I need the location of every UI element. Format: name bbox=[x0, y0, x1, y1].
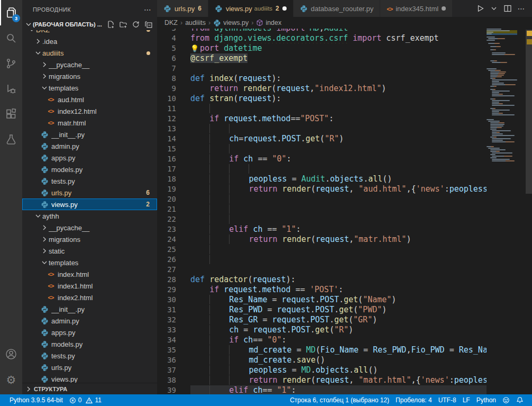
status-eol[interactable]: LF bbox=[460, 394, 473, 406]
code-line-33[interactable]: 33 ch = request.POST.get("R") bbox=[157, 325, 532, 335]
code-line-30[interactable]: 30 Res_Name = request.POST.get("Name") bbox=[157, 295, 532, 305]
collapse-all-icon[interactable] bbox=[143, 19, 154, 30]
status-language-mode[interactable]: Python bbox=[473, 394, 499, 406]
code-line-19[interactable]: 19 return render(request, "aud.html",{'n… bbox=[157, 184, 532, 194]
new-folder-icon[interactable] bbox=[118, 19, 129, 30]
tree-item-aythh[interactable]: aythh bbox=[22, 210, 157, 222]
tree-item--pycache-[interactable]: __pycache__ bbox=[22, 222, 157, 233]
more-actions-icon[interactable]: ⋯ bbox=[515, 2, 528, 15]
tree-item-static[interactable]: static bbox=[22, 245, 157, 257]
tab-index345-html[interactable]: <>index345.html bbox=[380, 0, 453, 17]
editor-scrollbar[interactable] bbox=[526, 30, 532, 194]
dirty-indicator-dot[interactable] bbox=[442, 6, 446, 11]
run-icon[interactable] bbox=[474, 2, 487, 15]
code-line-13[interactable]: 13 bbox=[157, 124, 532, 134]
code-line-24[interactable]: 24 return render(request,"matr.html") bbox=[157, 234, 532, 245]
tree-item-tests-py[interactable]: tests.py bbox=[22, 350, 157, 362]
split-editor-icon[interactable] bbox=[501, 2, 514, 15]
code-line-15[interactable]: 15 bbox=[157, 144, 532, 154]
code-line-34[interactable]: 34 if ch== "0": bbox=[157, 335, 532, 345]
code-line-39[interactable]: 39 elif ch== "1": bbox=[157, 385, 532, 394]
status-python-version[interactable]: Python 3.9.5 64-bit bbox=[6, 394, 66, 406]
code-line-27[interactable]: 27 bbox=[157, 265, 532, 275]
code-line-16[interactable]: 16 if ch == "0": bbox=[157, 154, 532, 164]
lightbulb-icon[interactable]: 💡 bbox=[190, 44, 200, 53]
code-line-31[interactable]: 31 Res_PWD = request.POST.get("PWD") bbox=[157, 305, 532, 315]
tree-item-index1-html[interactable]: <>index1.html bbox=[22, 280, 157, 292]
activity-search-icon[interactable] bbox=[0, 25, 22, 51]
status-bell-icon[interactable] bbox=[513, 394, 527, 406]
code-line-12[interactable]: 12 if request.method=="POST": bbox=[157, 114, 532, 124]
tree-item--idea[interactable]: .idea bbox=[22, 35, 157, 47]
tree-item-templates[interactable]: templates bbox=[22, 257, 157, 268]
code-line-14[interactable]: 14 ch=request.POST.get("R") bbox=[157, 134, 532, 144]
activity-testing-icon[interactable] bbox=[0, 127, 22, 152]
code-line-38[interactable]: 38 return render(request, "matr.html",{'… bbox=[157, 375, 532, 385]
activity-extensions-icon[interactable] bbox=[0, 102, 22, 127]
activity-files-icon[interactable]: 3 bbox=[0, 0, 22, 25]
code-line-7[interactable]: 7 bbox=[157, 64, 532, 74]
tree-item--pycache-[interactable]: __pycache__ bbox=[22, 59, 157, 70]
tree-item--init-py[interactable]: __init__.py bbox=[22, 129, 157, 140]
minimap[interactable] bbox=[487, 29, 517, 325]
breadcrumb-item-index[interactable]: index bbox=[256, 19, 281, 26]
tab-database-roouter-py[interactable]: database_roouter.py bbox=[293, 0, 381, 17]
code-line-21[interactable]: 21 bbox=[157, 204, 532, 214]
status-cursor-position[interactable]: Строка 6, столбец 1 (выбрано 12) bbox=[287, 394, 392, 406]
breadcrumb-item-DKZ[interactable]: DKZ bbox=[164, 19, 178, 26]
explorer-more-actions-icon[interactable]: ⋯ bbox=[144, 5, 152, 14]
code-line-37[interactable]: 37 peopless = MD.objects.all() bbox=[157, 365, 532, 375]
tree-item-urls-py[interactable]: urls.py6 bbox=[22, 187, 157, 199]
activity-account-icon[interactable] bbox=[0, 341, 22, 367]
tree-item-urls-py[interactable]: urls.py bbox=[22, 362, 157, 373]
outline-section-header[interactable]: СТРУКТУРА bbox=[22, 383, 157, 394]
code-line-29[interactable]: 29 if request.method == 'POST': bbox=[157, 285, 532, 295]
tree-item-tests-py[interactable]: tests.py bbox=[22, 175, 157, 187]
tree-item-index12-html[interactable]: <>index12.html bbox=[22, 105, 157, 117]
tree-item-audiiits[interactable]: audiiits bbox=[22, 47, 157, 59]
tab-urls-py[interactable]: urls.py6 bbox=[157, 0, 208, 17]
code-line-32[interactable]: 32 Res_GR = request.POST.get("GR") bbox=[157, 315, 532, 325]
status-encoding[interactable]: UTF-8 bbox=[435, 394, 460, 406]
code-editor[interactable]: 3from aythh.models import MD,Audit4from … bbox=[157, 29, 532, 394]
status-feedback-icon[interactable] bbox=[499, 394, 513, 406]
code-line-5[interactable]: 5import datetime💡 bbox=[157, 43, 532, 53]
code-line-20[interactable]: 20 bbox=[157, 194, 532, 204]
code-line-23[interactable]: 23 elif ch == "1": bbox=[157, 224, 532, 234]
code-line-28[interactable]: 28def redactor(request): bbox=[157, 275, 532, 285]
code-line-10[interactable]: 10def stran(request): bbox=[157, 94, 532, 104]
tree-item-migrations[interactable]: migrations bbox=[22, 233, 157, 245]
new-file-icon[interactable] bbox=[105, 19, 116, 30]
dirty-indicator-dot[interactable] bbox=[282, 6, 287, 11]
chevron-down-icon[interactable] bbox=[488, 2, 500, 15]
tree-item-views-py[interactable]: views.py2 bbox=[22, 199, 157, 210]
code-line-11[interactable]: 11 bbox=[157, 104, 532, 114]
activity-source-control-icon[interactable] bbox=[0, 51, 22, 76]
tree-item-aud-html[interactable]: <>aud.html bbox=[22, 94, 157, 105]
tree-item-matr-html[interactable]: <>matr.html bbox=[22, 117, 157, 129]
activity-settings-gear-icon[interactable]: ⚙ bbox=[0, 367, 22, 392]
activity-run-debug-icon[interactable] bbox=[0, 76, 22, 102]
workspace-section-header[interactable]: (РАБОЧАЯ ОБЛАСТЬ) ... bbox=[22, 19, 157, 30]
refresh-icon[interactable] bbox=[131, 19, 141, 30]
code-line-9[interactable]: 9 return render(request,"index12.html") bbox=[157, 84, 532, 94]
breadcrumb-item-audiiits[interactable]: audiiits bbox=[185, 19, 206, 26]
code-line-25[interactable]: 25 bbox=[157, 245, 532, 255]
code-line-8[interactable]: 8def index(request): bbox=[157, 74, 532, 84]
code-line-36[interactable]: 36 md_create.save() bbox=[157, 355, 532, 365]
tree-item-index2-html[interactable]: <>index2.html bbox=[22, 292, 157, 303]
status-problems[interactable]: 0 11 bbox=[66, 394, 105, 406]
code-line-22[interactable]: 22 bbox=[157, 214, 532, 224]
tree-item--init-py[interactable]: __init__.py bbox=[22, 303, 157, 315]
tree-item-apps-py[interactable]: apps.py bbox=[22, 152, 157, 164]
tree-item-views-py[interactable]: views.py bbox=[22, 373, 157, 383]
tree-item-migrations[interactable]: migrations bbox=[22, 70, 157, 82]
code-line-3[interactable]: 3from aythh.models import MD,Audit bbox=[157, 29, 532, 33]
tree-item-index-html[interactable]: <>index.html bbox=[22, 268, 157, 280]
status-indentation[interactable]: Пробелов: 4 bbox=[392, 394, 435, 406]
tree-item-admin-py[interactable]: admin.py bbox=[22, 315, 157, 327]
code-line-17[interactable]: 17 bbox=[157, 164, 532, 174]
breadcrumb-item-views-py[interactable]: views.py bbox=[213, 19, 249, 27]
tab-views-py[interactable]: views.pyaudiiits2 bbox=[208, 0, 293, 17]
tree-item-templates[interactable]: templates bbox=[22, 82, 157, 94]
